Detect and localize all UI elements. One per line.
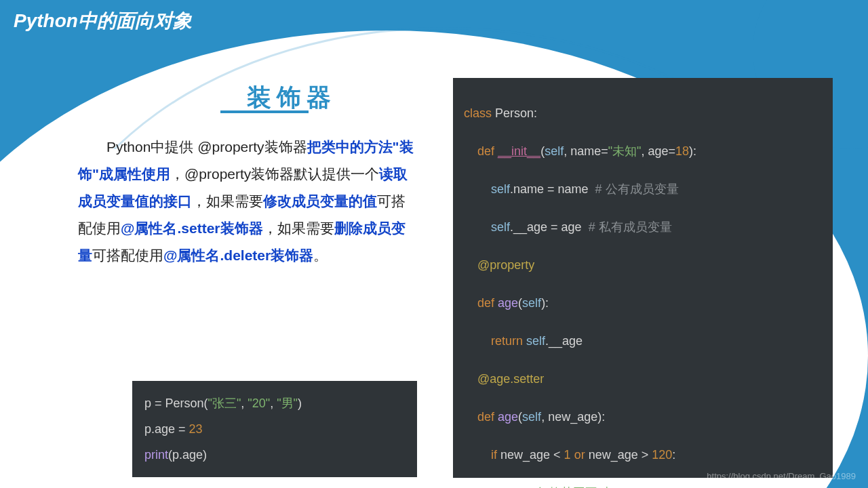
code-line: self.__age = age # 私有成员变量 <box>464 218 822 237</box>
para-text: Python中提供 @property装饰器 <box>106 139 307 155</box>
code-line: def age(self): <box>464 293 822 312</box>
body-paragraph: Python中提供 @property装饰器把类中的方法"装饰"成属性使用，@p… <box>78 134 417 269</box>
code-line: self.name = name # 公有成员变量 <box>464 180 822 199</box>
para-text: 可搭配使用 <box>92 247 163 263</box>
para-highlight: @属性名.deleter装饰器 <box>163 247 313 263</box>
left-code-block: p = Person("张三", "20", "男") p.age = 23 p… <box>132 381 417 477</box>
para-text: ，如果需要 <box>192 193 263 209</box>
para-text: ，如果需要 <box>263 220 334 236</box>
para-text: 。 <box>313 247 328 263</box>
code-line: class Person: <box>464 104 822 123</box>
para-highlight: 修改成员变量的值 <box>263 193 377 209</box>
para-text: ，@property装饰器默认提供一个 <box>170 166 379 182</box>
code-line: p.age = 23 <box>144 416 405 442</box>
left-content: 装饰器 Python中提供 @property装饰器把类中的方法"装饰"成属性使… <box>78 81 417 269</box>
sub-heading: 装饰器 <box>166 81 417 115</box>
watermark: https://blog.csdn.net/Dream_Gao1989 <box>707 471 856 481</box>
right-code-block: class Person: def __init__(self, name="未… <box>453 78 833 478</box>
code-line: @age.setter <box>464 369 822 388</box>
para-highlight: @属性名.setter装饰器 <box>121 220 263 236</box>
code-line: p = Person("张三", "20", "男") <box>144 390 405 416</box>
code-line: print(p.age) <box>144 442 405 468</box>
code-line: if new_age < 1 or new_age > 120: <box>464 445 822 464</box>
code-line: def __init__(self, name="未知", age=18): <box>464 142 822 161</box>
code-line: @property <box>464 256 822 274</box>
slide-title: Python中的面向对象 <box>14 8 192 34</box>
code-line: def age(self, new_age): <box>464 407 822 426</box>
code-line: return self.__age <box>464 331 822 350</box>
code-line: print("年龄范围不对！") <box>464 483 822 488</box>
